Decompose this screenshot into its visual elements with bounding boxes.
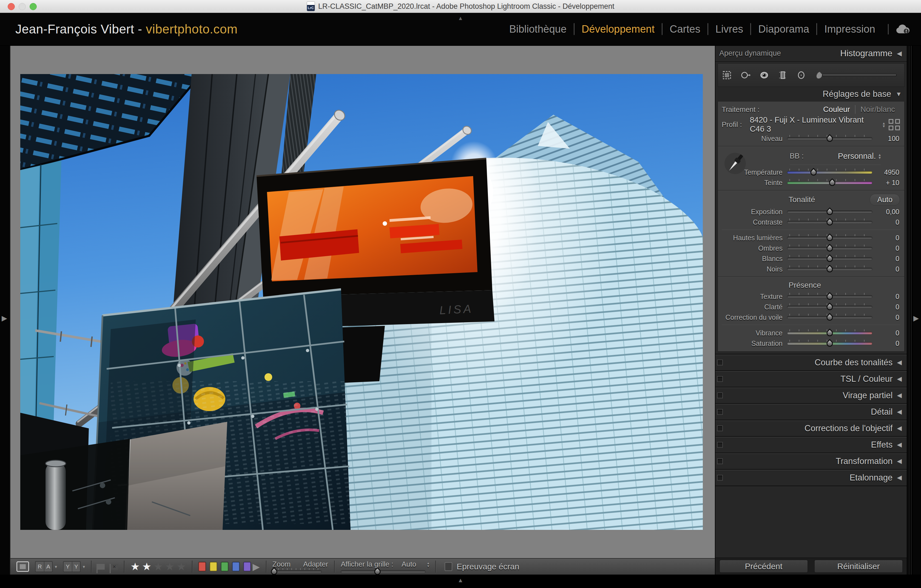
color-label-green[interactable] [221, 562, 228, 571]
pick-flag-icon[interactable] [98, 564, 105, 570]
saturation-slider[interactable] [787, 342, 872, 345]
profile-value[interactable]: 8420 - Fuji X - Lumineux Vibrant C46 3 [750, 116, 876, 134]
reset-button[interactable]: Réinitialiser [814, 560, 903, 573]
color-label-purple[interactable] [243, 562, 251, 571]
panel-split-toning[interactable]: Virage partiel ◀ [715, 387, 907, 403]
white-balance-eyedropper-icon[interactable] [723, 150, 747, 178]
slider-value[interactable]: 0 [872, 329, 904, 337]
slider-thumb[interactable] [825, 134, 835, 143]
panel-detail[interactable]: Détail ◀ [715, 403, 907, 420]
panel-toggle-switch[interactable] [717, 442, 723, 448]
shadows-slider[interactable] [787, 247, 872, 250]
slider-thumb[interactable] [828, 178, 837, 187]
module-bibliotheque[interactable]: Bibliothèque [502, 23, 574, 35]
spot-removal-tool-icon[interactable] [740, 69, 751, 81]
grid-mode-stepper[interactable]: ▴▾ [427, 561, 429, 567]
module-cartes[interactable]: Cartes [662, 23, 708, 35]
close-window-button[interactable] [8, 3, 15, 10]
previous-button[interactable]: Précédent [719, 560, 808, 573]
slider-value[interactable]: 0 [872, 303, 904, 311]
slider-value[interactable]: + 10 [872, 179, 904, 187]
panel-toggle-switch[interactable] [717, 425, 723, 431]
panel-toggle-switch[interactable] [717, 393, 723, 398]
slider-value[interactable]: 0 [872, 313, 904, 321]
left-panel-edge[interactable]: ▶ [0, 46, 10, 575]
grid-slider[interactable] [341, 570, 426, 573]
star-icon[interactable]: ★ [153, 560, 163, 573]
module-developpement[interactable]: Développement [574, 23, 662, 35]
panel-tone-curve[interactable]: Courbe des tonalités ◀ [715, 354, 907, 370]
contrast-slider[interactable] [787, 221, 872, 224]
auto-tone-button[interactable]: Auto [870, 194, 900, 206]
module-diaporama[interactable]: Diaporama [750, 23, 816, 35]
identity-site[interactable]: vibertphoto.com [146, 22, 238, 36]
loupe-view-button[interactable] [16, 561, 29, 572]
minimize-window-button[interactable] [19, 3, 26, 10]
profile-browser-icon[interactable] [888, 119, 900, 130]
slider-thumb[interactable] [825, 265, 835, 274]
panel-transform[interactable]: Transformation ◀ [715, 453, 907, 469]
slider-thumb[interactable] [825, 233, 835, 243]
slider-value[interactable]: 0,00 [872, 208, 904, 216]
slider-value[interactable]: 100 [872, 135, 904, 143]
radial-filter-tool-icon[interactable] [796, 69, 806, 81]
panel-effects[interactable]: Effets ◀ [715, 436, 907, 453]
hide-right-panel-icon[interactable]: ▶ [913, 314, 919, 323]
slider-thumb[interactable] [825, 292, 835, 301]
cloud-sync-icon[interactable] [888, 24, 910, 34]
panel-toggle-switch[interactable] [717, 360, 723, 365]
slider-value[interactable]: 0 [872, 293, 904, 301]
panel-resize-grip[interactable] [907, 46, 913, 575]
clarity-slider[interactable] [787, 306, 872, 308]
amount-slider[interactable] [787, 137, 872, 140]
play-slideshow-icon[interactable]: ▶ [252, 561, 260, 572]
blacks-slider[interactable] [787, 268, 872, 271]
panel-lens-corrections[interactable]: Corrections de l'objectif ◀ [715, 420, 907, 436]
module-impression[interactable]: Impression [816, 23, 882, 35]
slider-thumb[interactable] [825, 207, 835, 217]
compare-view-button[interactable]: Y Y ▾ [63, 561, 85, 572]
slider-value[interactable]: 0 [872, 340, 904, 347]
whites-slider[interactable] [787, 257, 872, 260]
zoom-label[interactable]: Zoom [272, 560, 291, 568]
photo[interactable]: LISA [20, 74, 703, 530]
reject-flag-icon[interactable]: ✕ [111, 564, 118, 570]
slider-thumb[interactable] [825, 218, 835, 227]
crop-tool-icon[interactable] [722, 69, 732, 81]
soft-proof-checkbox[interactable] [444, 562, 452, 571]
temperature-slider[interactable] [787, 171, 872, 174]
red-eye-tool-icon[interactable] [759, 69, 770, 81]
compare-caret-icon[interactable]: ▾ [83, 564, 85, 569]
slider-value[interactable]: 0 [872, 265, 904, 273]
expand-arrow-icon[interactable]: ▼ [895, 91, 902, 98]
show-filmstrip-icon[interactable]: ▲ [457, 577, 464, 584]
show-left-panel-icon[interactable]: ▶ [2, 314, 7, 323]
slider-value[interactable]: 0 [872, 234, 904, 242]
star-icon[interactable]: ★ [130, 560, 140, 573]
color-label-red[interactable] [199, 562, 206, 571]
panel-calibration[interactable]: Etalonnage ◀ [715, 469, 907, 485]
star-icon[interactable]: ★ [177, 560, 186, 573]
basic-panel-header[interactable]: Réglages de base ▼ [715, 87, 907, 101]
vibrance-slider[interactable] [787, 332, 872, 335]
tint-slider[interactable] [787, 181, 872, 184]
panel-toggle-switch[interactable] [717, 376, 723, 382]
color-label-yellow[interactable] [210, 562, 217, 571]
collapse-top-panel-icon[interactable]: ▲ [458, 15, 463, 21]
slider-thumb[interactable] [809, 168, 818, 177]
slider-thumb[interactable] [825, 254, 835, 263]
slider-thumb[interactable] [825, 339, 835, 348]
slider-value[interactable]: 0 [872, 218, 904, 226]
texture-slider[interactable] [787, 295, 872, 298]
dehaze-slider[interactable] [787, 316, 872, 319]
grid-mode-value[interactable]: Auto [402, 560, 417, 568]
highlights-slider[interactable] [787, 236, 872, 239]
fit-label[interactable]: Adapter [303, 560, 328, 568]
exposure-slider[interactable] [787, 210, 872, 213]
slider-value[interactable]: 4950 [872, 168, 904, 176]
slider-thumb[interactable] [825, 303, 835, 311]
slider-thumb[interactable] [825, 313, 835, 322]
slider-value[interactable]: 0 [872, 255, 904, 263]
right-panel-edge[interactable]: ▶ [907, 46, 921, 575]
zoom-slider[interactable] [272, 570, 322, 573]
